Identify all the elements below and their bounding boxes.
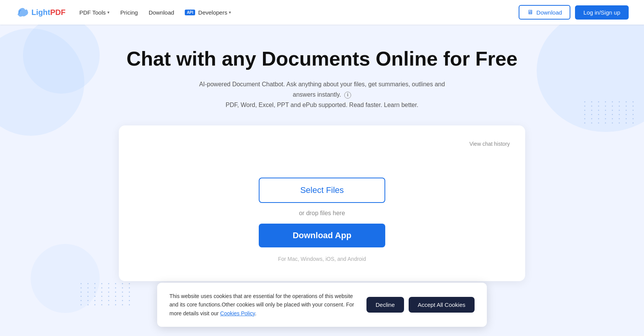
chevron-icon: ▾ xyxy=(229,10,231,15)
upload-area: Select Files or drop files here Download… xyxy=(134,178,510,262)
nav-pricing[interactable]: Pricing xyxy=(120,9,138,16)
chevron-icon: ▾ xyxy=(107,10,110,15)
logo-icon xyxy=(15,5,29,19)
logo[interactable]: LightPDF xyxy=(15,5,66,19)
drop-hint: or drop files here xyxy=(299,210,345,217)
nav-developers[interactable]: API Developers ▾ xyxy=(185,9,231,16)
cookie-banner: This website uses cookies that are essen… xyxy=(157,283,487,327)
nav-right: 🖥 Download Log in/Sign up xyxy=(519,5,629,20)
view-history-link[interactable]: View chat history xyxy=(469,141,510,147)
select-files-button[interactable]: Select Files xyxy=(259,178,385,203)
nav-pdf-tools[interactable]: PDF Tools ▾ xyxy=(79,9,110,16)
nav-download[interactable]: Download xyxy=(149,9,174,16)
api-badge: API xyxy=(185,10,195,15)
decline-button[interactable]: Decline xyxy=(366,297,404,313)
download-app-button[interactable]: Download App xyxy=(259,224,385,247)
info-icon[interactable]: ℹ xyxy=(344,92,351,99)
cookie-text: This website uses cookies that are essen… xyxy=(169,292,357,318)
nav-left: LightPDF PDF Tools ▾ Pricing Download AP… xyxy=(15,5,231,19)
navbar: LightPDF PDF Tools ▾ Pricing Download AP… xyxy=(0,0,644,25)
nav-download-button[interactable]: 🖥 Download xyxy=(519,5,570,20)
logo-text: LightPDF xyxy=(31,8,66,17)
nav-links: PDF Tools ▾ Pricing Download API Develop… xyxy=(79,9,231,16)
cookie-actions: Decline Accept All Cookies xyxy=(366,297,475,313)
hero-title: Chat with any Documents Online for Free xyxy=(127,48,518,71)
cookies-policy-link[interactable]: Cookies Policy xyxy=(220,310,255,316)
monitor-icon: 🖥 xyxy=(527,9,533,16)
app-platforms: For Mac, Windows, iOS, and Android xyxy=(278,256,366,262)
hero-subtitle: AI-powered Document Chatbot. Ask anythin… xyxy=(192,79,452,110)
upload-card: View chat history Select Files or drop f… xyxy=(119,125,525,281)
login-button[interactable]: Log in/Sign up xyxy=(575,5,629,20)
accept-cookies-button[interactable]: Accept All Cookies xyxy=(409,297,475,313)
